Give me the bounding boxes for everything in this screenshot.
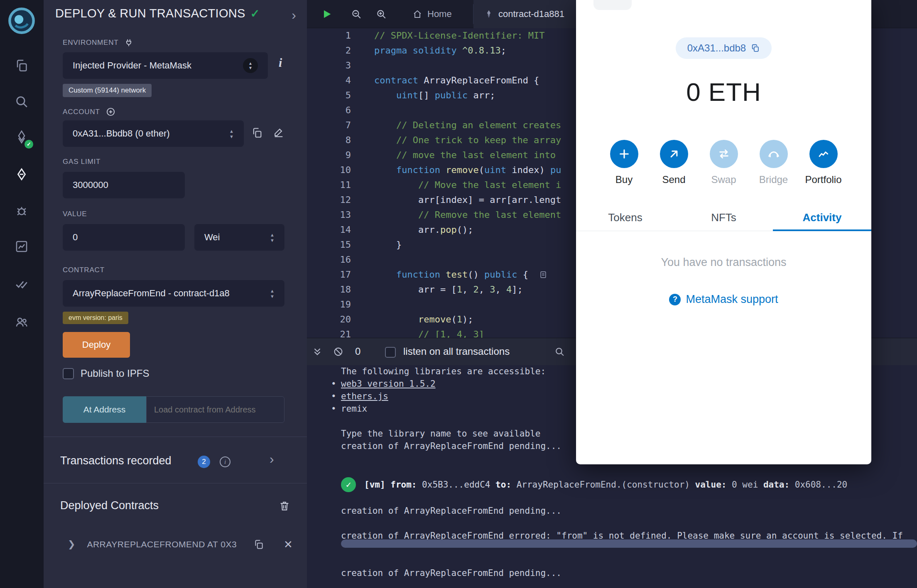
evm-version-badge: evm version: paris	[63, 312, 128, 324]
trash-icon[interactable]	[279, 500, 290, 512]
metamask-actions: BuySendSwapBridgePortfolio	[576, 140, 871, 185]
contract-select[interactable]: ArrayReplaceFromEnd - contract-d1a8 ▲▼	[63, 280, 284, 307]
edit-account-icon[interactable]	[273, 127, 284, 139]
deploy-button[interactable]: Deploy	[63, 332, 130, 358]
publish-ipfs-row: Publish to IPFS	[63, 368, 149, 379]
unit-testing-icon[interactable]	[13, 276, 30, 292]
deployed-contracts-title: Deployed Contracts	[60, 499, 159, 512]
value-unit: Wei	[204, 232, 220, 243]
expand-terminal-icon[interactable]	[312, 346, 323, 357]
tab-home-label: Home	[427, 9, 452, 20]
publish-ipfs-label: Publish to IPFS	[81, 368, 149, 379]
deploy-run-icon[interactable]	[13, 166, 30, 183]
transactions-recorded-title: Transactions recorded	[60, 454, 172, 467]
listen-transactions-label: listen on all transactions	[403, 346, 510, 357]
copy-contract-icon[interactable]	[253, 539, 264, 550]
at-address-input[interactable]	[146, 396, 284, 423]
clear-console-icon[interactable]	[333, 346, 343, 357]
copy-address-icon[interactable]	[751, 44, 760, 53]
line-number: 9	[307, 148, 366, 163]
terminal-line	[341, 492, 917, 505]
tab-contract-label: contract-d1a881	[498, 9, 564, 20]
chevron-up-down-icon: ▲▼	[229, 129, 234, 139]
solidity-compiler-icon[interactable]: ✓	[13, 129, 30, 145]
metamask-tabs: TokensNFTsActivity	[576, 205, 871, 231]
line-number: 17	[307, 267, 366, 282]
test-log-icon[interactable]	[539, 271, 547, 279]
run-script-icon[interactable]	[321, 8, 333, 20]
line-number: 4	[307, 73, 366, 88]
solidity-file-icon	[484, 10, 493, 19]
plugin-manager-icon[interactable]	[13, 314, 30, 330]
line-number: 14	[307, 222, 366, 237]
line-number: 15	[307, 237, 366, 252]
metamask-support-link[interactable]: ? MetaMask support	[669, 293, 778, 306]
terminal-scrollbar[interactable]	[341, 539, 917, 548]
environment-select[interactable]: Injected Provider - MetaMask ▲▼	[63, 52, 268, 79]
question-icon: ?	[669, 294, 681, 305]
value-input[interactable]	[63, 224, 185, 251]
account-value: 0xA31...Bbdb8 (0 ether)	[73, 128, 170, 139]
zoom-out-icon[interactable]	[351, 8, 362, 20]
contract-value: ArrayReplaceFromEnd - contract-d1a8	[73, 288, 230, 299]
tab-home[interactable]: Home	[402, 0, 463, 28]
tab-tokens[interactable]: Tokens	[576, 205, 674, 231]
panel-title: DEPLOY & RUN TRANSACTIONS✓	[55, 7, 260, 20]
swap-icon	[710, 140, 738, 168]
chevron-up-down-icon: ▲▼	[270, 289, 275, 298]
gas-limit-input[interactable]	[63, 172, 185, 198]
deployed-contract-label: ARRAYREPLACEFROMEND AT 0X3	[87, 539, 236, 549]
file-explorer-icon[interactable]	[13, 57, 30, 74]
account-address-pill[interactable]: 0xA31...bdb8	[676, 37, 772, 59]
portfolio-chart-icon	[809, 140, 838, 168]
debugger-icon[interactable]	[13, 203, 30, 219]
action-portfolio-button[interactable]: Portfolio	[804, 140, 843, 185]
copy-account-icon[interactable]	[251, 127, 263, 139]
activity-bar: ✓	[0, 0, 44, 588]
value-unit-select[interactable]: Wei ▲▼	[194, 224, 284, 251]
remix-logo	[7, 7, 36, 35]
terminal-count: 0	[355, 346, 360, 357]
divider	[44, 483, 307, 483]
at-address-button[interactable]: At Address	[63, 396, 146, 423]
tab-activity[interactable]: Activity	[773, 205, 871, 231]
terminal-search-icon[interactable]	[554, 346, 565, 357]
action-label: Swap	[711, 174, 736, 185]
network-pill-fragment[interactable]	[593, 0, 632, 10]
line-number: 18	[307, 282, 366, 297]
eth-balance: 0 ETH	[686, 77, 761, 107]
transactions-info-icon[interactable]: i	[220, 456, 230, 467]
plug-icon	[124, 38, 133, 47]
plus-icon	[610, 140, 638, 168]
listen-transactions-checkbox[interactable]	[385, 347, 396, 358]
terminal-line: creation of ArrayReplaceFromEnd pending.…	[341, 567, 917, 579]
publish-ipfs-checkbox[interactable]	[63, 368, 74, 379]
search-icon[interactable]	[13, 93, 30, 110]
panel-title-text: DEPLOY & RUN TRANSACTIONS	[55, 7, 245, 20]
compiler-success-badge: ✓	[25, 140, 33, 149]
home-icon	[412, 9, 422, 19]
expand-chevron-icon[interactable]: ❯	[68, 539, 75, 550]
line-number: 2	[307, 43, 366, 58]
action-bridge-button: Bridge	[754, 140, 794, 185]
contract-label: CONTRACT	[63, 266, 105, 274]
account-select[interactable]: 0xA31...Bbdb8 (0 ether) ▲▼	[63, 120, 244, 147]
transactions-expand-chevron-icon[interactable]: ›	[270, 451, 274, 467]
zoom-in-icon[interactable]	[375, 8, 387, 20]
bridge-icon	[760, 140, 788, 168]
remix-ide-window: ✓ DEPLOY & RUN TRANSACTIONS✓ › ENVIRONME…	[0, 0, 917, 588]
panel-check-icon: ✓	[250, 7, 260, 20]
action-label: Send	[662, 174, 685, 185]
panel-expand-chevron-icon[interactable]: ›	[292, 7, 296, 23]
action-buy-button[interactable]: Buy	[604, 140, 644, 185]
terminal-line	[341, 554, 917, 567]
action-send-button[interactable]: Send	[654, 140, 694, 185]
deployed-contract-row[interactable]: ❯ ARRAYREPLACEFROMEND AT 0X3 ✕	[44, 532, 307, 557]
environment-info-icon[interactable]: i	[279, 56, 282, 70]
add-account-icon[interactable]	[106, 107, 115, 117]
transactions-count-badge: 2	[198, 456, 210, 468]
close-icon[interactable]: ✕	[284, 538, 293, 551]
line-number: 3	[307, 58, 366, 73]
tab-nfts[interactable]: NFTs	[674, 205, 773, 231]
analysis-icon[interactable]	[13, 238, 30, 255]
